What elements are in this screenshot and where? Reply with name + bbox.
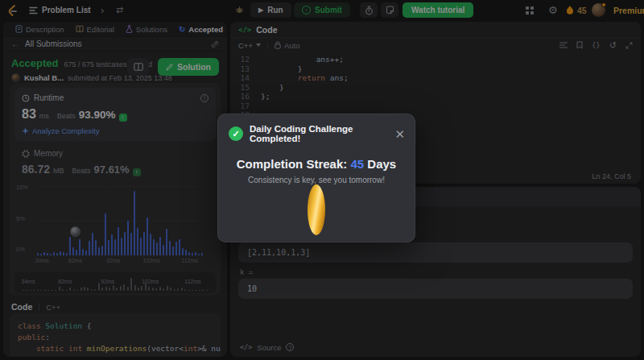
streak-coin <box>308 184 325 235</box>
modal-title: Daily Coding Challenge Completed! <box>250 124 388 143</box>
completion-streak-line: Completion Streak: 45 Days <box>218 157 415 171</box>
daily-challenge-modal: ✓ Daily Coding Challenge Completed! ✕ Co… <box>217 114 415 242</box>
streak-label: Completion Streak: <box>237 157 348 171</box>
streak-value: 45 <box>350 157 364 171</box>
modal-subtitle: Consistency is key, see you tomorrow! <box>218 176 415 184</box>
check-circle-icon: ✓ <box>229 126 243 141</box>
modal-close-icon[interactable]: ✕ <box>394 128 405 140</box>
leetcode-app: Problem List ‹ › ⇄ ▶ Run ↑ Submit Watch … <box>0 0 644 360</box>
streak-unit: Days <box>367 157 396 171</box>
